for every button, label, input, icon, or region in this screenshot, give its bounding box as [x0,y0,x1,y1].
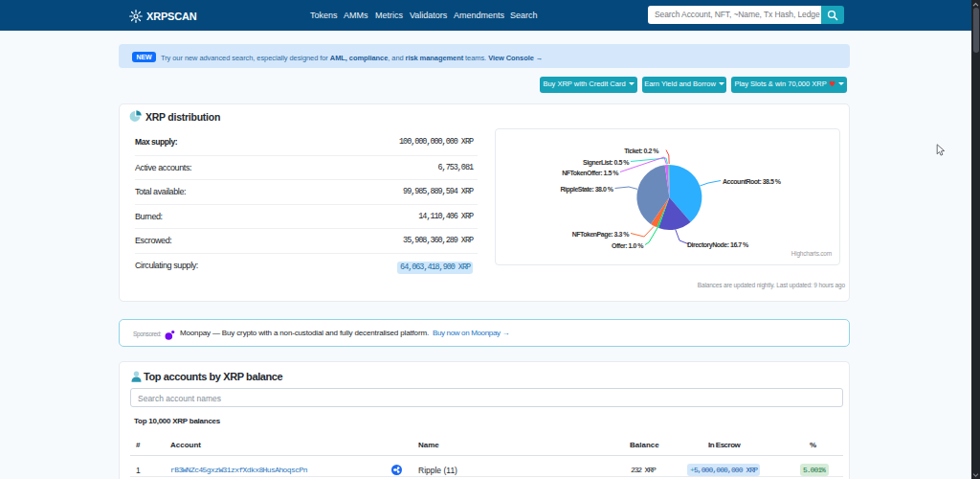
svg-text:DirectoryNode: 16.7 %: DirectoryNode: 16.7 % [687,241,749,249]
svg-text:AccountRoot: 38.5 %: AccountRoot: 38.5 % [723,178,782,185]
svg-text:RippleState: 38.0 %: RippleState: 38.0 % [560,186,613,194]
svg-text:Offer: 1.0 %: Offer: 1.0 % [612,242,644,249]
svg-text:Ticket: 0.2 %: Ticket: 0.2 % [624,148,659,154]
svg-text:SignerList: 0.5 %: SignerList: 0.5 % [583,159,630,167]
svg-text:NFTokenOffer: 1.5 %: NFTokenOffer: 1.5 % [562,170,619,176]
svg-text:Highcharts.com: Highcharts.com [791,250,832,258]
svg-text:NFTokenPage: 3.3 %: NFTokenPage: 3.3 % [572,231,631,239]
